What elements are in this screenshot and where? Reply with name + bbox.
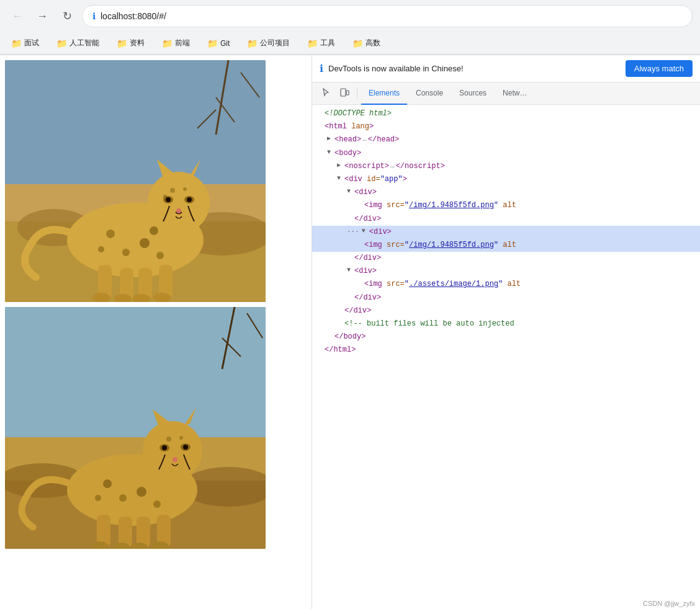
bookmark-mianshi[interactable]: 📁 面试 bbox=[7, 35, 43, 51]
bookmark-git[interactable]: 📁 Git bbox=[204, 36, 233, 51]
watermark-area: CSDN @jjw_zyfx bbox=[312, 597, 700, 609]
bookmark-label: 前端 bbox=[175, 38, 190, 48]
body-close-line[interactable]: </body> bbox=[312, 331, 700, 344]
devtools-panel: ℹ DevTools is now available in Chinese! … bbox=[312, 55, 700, 609]
svg-point-53 bbox=[119, 494, 127, 502]
html-tag-line[interactable]: <html lang > bbox=[312, 120, 700, 133]
bookmark-label: Git bbox=[220, 39, 230, 48]
svg-rect-68 bbox=[346, 91, 349, 95]
folder-icon: 📁 bbox=[352, 38, 363, 48]
svg-point-56 bbox=[95, 495, 101, 501]
doctype-line[interactable]: <!DOCTYPE html> bbox=[312, 107, 700, 120]
svg-point-20 bbox=[140, 238, 150, 248]
bookmark-label: 资料 bbox=[130, 38, 145, 48]
svg-point-19 bbox=[122, 249, 130, 256]
webpage-content bbox=[0, 55, 312, 609]
tab-elements[interactable]: Elements bbox=[361, 82, 407, 105]
folder-icon: 📁 bbox=[56, 38, 67, 48]
bookmark-gaoshu[interactable]: 📁 高数 bbox=[349, 35, 384, 51]
address-text: localhost:8080/#/ bbox=[101, 11, 166, 21]
cheetah-image-1 bbox=[5, 60, 266, 302]
forward-button[interactable]: → bbox=[32, 6, 52, 26]
bookmark-company[interactable]: 📁 公司项目 bbox=[243, 35, 294, 51]
devtools-html-content: <!DOCTYPE html> <html lang > ▶ <head> … … bbox=[312, 105, 700, 597]
img3-line[interactable]: <img src= "./assets/image/1.png" alt bbox=[312, 278, 700, 291]
main-area: ℹ DevTools is now available in Chinese! … bbox=[0, 55, 700, 609]
div3-open-line[interactable]: ▼ <div> bbox=[312, 265, 700, 278]
svg-point-52 bbox=[103, 479, 112, 488]
head-collapsed-line[interactable]: ▶ <head> … </head> bbox=[312, 133, 700, 146]
div1-open-line[interactable]: ▼ <div> bbox=[312, 186, 700, 199]
devtools-notification: ℹ DevTools is now available in Chinese! … bbox=[312, 55, 700, 82]
nav-bar: ← → ↻ ℹ localhost:8080/#/ bbox=[0, 0, 700, 32]
always-match-button[interactable]: Always match bbox=[626, 60, 693, 77]
device-icon bbox=[339, 87, 349, 97]
bookmark-label: 高数 bbox=[366, 38, 380, 48]
svg-point-21 bbox=[156, 252, 164, 259]
div2-open-line[interactable]: ··· ▼ <div> bbox=[312, 226, 700, 239]
tab-console[interactable]: Console bbox=[408, 82, 451, 105]
svg-point-17 bbox=[176, 208, 181, 213]
folder-icon: 📁 bbox=[11, 38, 22, 48]
svg-point-18 bbox=[106, 229, 115, 238]
device-toolbar-button[interactable] bbox=[336, 85, 353, 102]
div1-close-line[interactable]: </div> bbox=[312, 213, 700, 226]
comment-line[interactable]: <!-- built files will be auto injected bbox=[312, 318, 700, 331]
svg-point-25 bbox=[183, 187, 187, 191]
svg-point-22 bbox=[98, 246, 104, 252]
div-app-line[interactable]: ▼ <div id= "app" > bbox=[312, 173, 700, 186]
noscript-collapsed-line[interactable]: ▶ <noscript> … </noscript> bbox=[312, 160, 700, 173]
bookmark-ai[interactable]: 📁 人工智能 bbox=[53, 35, 103, 51]
svg-point-44 bbox=[143, 421, 202, 481]
bookmark-ziliao[interactable]: 📁 资料 bbox=[113, 35, 148, 51]
folder-icon: 📁 bbox=[207, 38, 218, 48]
div2-close-line[interactable]: </div> bbox=[312, 252, 700, 265]
tab-network[interactable]: Netw… bbox=[495, 82, 534, 105]
img1-line[interactable]: <img src= "/img/1.9485f5fd.png" alt bbox=[312, 199, 700, 212]
browser-chrome: ← → ↻ ℹ localhost:8080/#/ 📁 面试 📁 人工智能 📁 … bbox=[0, 0, 700, 55]
svg-point-16 bbox=[187, 197, 192, 202]
svg-point-50 bbox=[183, 445, 188, 450]
devtools-tabs: Elements Console Sources Netw… bbox=[312, 82, 700, 105]
bookmark-label: 工具 bbox=[320, 38, 335, 48]
tab-sources[interactable]: Sources bbox=[452, 82, 494, 105]
html-close-line[interactable]: </html> bbox=[312, 344, 700, 357]
cursor-icon bbox=[321, 87, 331, 97]
svg-point-14 bbox=[166, 197, 171, 202]
body-tag-line[interactable]: ▼ <body> bbox=[312, 147, 700, 160]
inspect-element-button[interactable] bbox=[317, 85, 334, 102]
tab-divider bbox=[357, 87, 357, 100]
div3-close-line[interactable]: </div> bbox=[312, 291, 700, 304]
div-app-close-line[interactable]: </div> bbox=[312, 304, 700, 318]
bookmark-tools[interactable]: 📁 工具 bbox=[303, 35, 339, 51]
folder-icon: 📁 bbox=[307, 38, 318, 48]
folder-icon: 📁 bbox=[162, 38, 173, 48]
svg-point-26 bbox=[163, 195, 167, 198]
svg-point-51 bbox=[173, 457, 177, 462]
security-info-icon: ℹ bbox=[92, 11, 96, 21]
svg-point-10 bbox=[148, 172, 210, 234]
folder-icon: 📁 bbox=[117, 38, 127, 48]
bookmark-frontend[interactable]: 📁 前端 bbox=[158, 35, 194, 51]
svg-point-54 bbox=[137, 487, 146, 497]
svg-point-55 bbox=[153, 500, 161, 508]
bookmark-label: 面试 bbox=[24, 38, 39, 48]
folder-icon: 📁 bbox=[247, 38, 258, 48]
watermark-text: CSDN @jjw_zyfx bbox=[643, 600, 695, 607]
address-bar[interactable]: ℹ localhost:8080/#/ bbox=[82, 5, 693, 27]
svg-point-23 bbox=[150, 226, 158, 235]
reload-button[interactable]: ↻ bbox=[57, 6, 77, 26]
bookmarks-bar: 📁 面试 📁 人工智能 📁 资料 📁 前端 📁 Git 📁 公司项目 📁 工具 bbox=[0, 32, 700, 55]
notification-info-icon: ℹ bbox=[320, 63, 323, 74]
bookmark-label: 人工智能 bbox=[70, 38, 99, 48]
svg-point-58 bbox=[179, 436, 183, 440]
bookmark-label: 公司项目 bbox=[260, 38, 290, 48]
svg-rect-67 bbox=[341, 89, 346, 96]
img2-line[interactable]: <img src= "/img/1.9485f5fd.png" alt bbox=[312, 239, 700, 252]
svg-point-24 bbox=[170, 188, 175, 193]
svg-point-48 bbox=[162, 445, 167, 450]
svg-point-57 bbox=[166, 437, 171, 442]
back-button[interactable]: ← bbox=[7, 6, 27, 26]
cheetah-image-2 bbox=[5, 307, 266, 549]
notification-text: DevTools is now available in Chinese! bbox=[328, 64, 621, 73]
